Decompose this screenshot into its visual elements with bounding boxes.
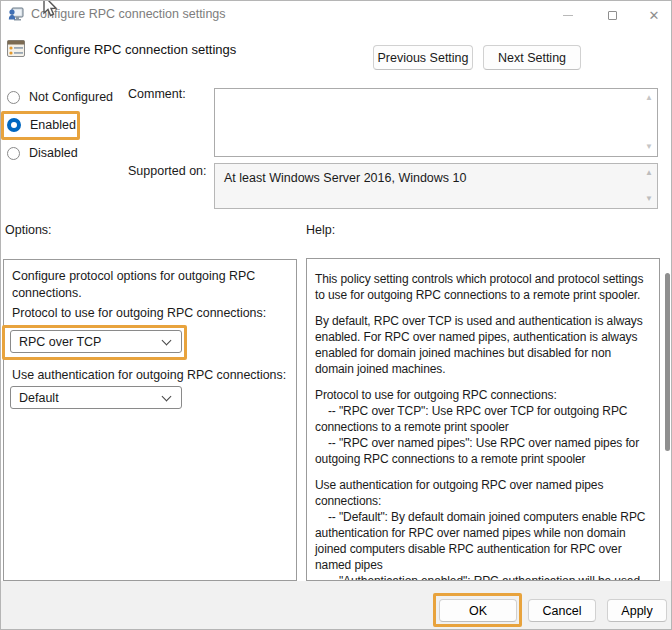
scroll-up-icon[interactable]: ▲	[645, 94, 653, 102]
comment-label: Comment:	[128, 87, 186, 101]
title-bar: Configure RPC connection settings ✕	[1, 1, 672, 27]
setting-title: Configure RPC connection settings	[34, 42, 236, 57]
help-scrollbar[interactable]	[665, 273, 670, 451]
radio-icon	[7, 91, 20, 104]
window-title: Configure RPC connection settings	[31, 7, 226, 21]
cancel-button[interactable]: Cancel	[528, 599, 596, 622]
maximize-button[interactable]	[597, 7, 627, 23]
group-policy-window-icon	[8, 6, 24, 22]
close-button[interactable]: ✕	[639, 7, 669, 23]
radio-label: Not Configured	[29, 90, 113, 104]
auth-dropdown-value: Default	[19, 391, 59, 405]
apply-button[interactable]: Apply	[607, 599, 667, 622]
minimize-button[interactable]	[553, 7, 583, 23]
supported-on-label: Supported on:	[128, 164, 207, 178]
options-section-label: Options:	[5, 223, 52, 237]
scroll-down-icon[interactable]: ▼	[645, 195, 653, 203]
protocol-dropdown-label: Protocol to use for outgoing RPC connect…	[12, 306, 266, 320]
help-text: This policy setting controls which proto…	[315, 271, 653, 581]
chevron-down-icon	[162, 336, 172, 346]
protocol-dropdown-value: RPC over TCP	[19, 335, 101, 349]
radio-label: Enabled	[30, 118, 76, 132]
scroll-down-icon[interactable]: ▼	[645, 143, 653, 151]
radio-enabled[interactable]: Enabled	[7, 117, 76, 133]
protocol-dropdown[interactable]: RPC over TCP	[10, 330, 182, 353]
close-icon: ✕	[649, 9, 660, 22]
minimize-icon	[563, 15, 573, 16]
options-description: Configure protocol options for outgoing …	[12, 268, 284, 302]
options-panel: Configure protocol options for outgoing …	[3, 259, 297, 581]
policy-setting-icon	[7, 40, 25, 57]
next-setting-button[interactable]: Next Setting	[483, 45, 581, 70]
ok-button[interactable]: OK	[439, 599, 517, 622]
supported-on-field: At least Windows Server 2016, Windows 10…	[214, 163, 658, 209]
radio-disabled[interactable]: Disabled	[7, 145, 78, 161]
supported-on-value: At least Windows Server 2016, Windows 10	[224, 171, 466, 185]
radio-label: Disabled	[29, 146, 78, 160]
help-section-label: Help:	[306, 223, 335, 237]
radio-not-configured[interactable]: Not Configured	[7, 89, 113, 105]
previous-setting-button[interactable]: Previous Setting	[373, 45, 473, 70]
scroll-up-icon[interactable]: ▲	[645, 169, 653, 177]
auth-dropdown[interactable]: Default	[10, 386, 182, 409]
help-panel: This policy setting controls which proto…	[306, 258, 660, 581]
maximize-icon	[608, 11, 617, 20]
radio-icon	[7, 118, 21, 132]
auth-dropdown-label: Use authentication for outgoing RPC conn…	[12, 368, 286, 382]
radio-icon	[7, 147, 20, 160]
chevron-down-icon	[162, 392, 172, 402]
comment-input[interactable]: ▲ ▼	[214, 88, 658, 157]
